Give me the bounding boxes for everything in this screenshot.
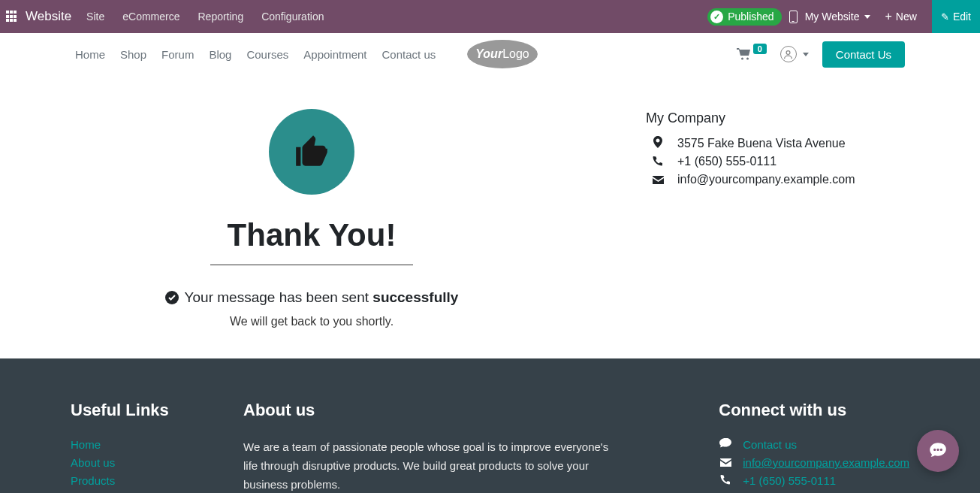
caret-down-icon xyxy=(803,53,809,56)
success-bold: successfully xyxy=(372,289,458,305)
new-button[interactable]: + New xyxy=(878,0,924,33)
nav-home[interactable]: Home xyxy=(75,48,105,61)
site-selector-label: My Website xyxy=(805,11,860,23)
check-icon: ✓ xyxy=(710,11,723,23)
published-toggle[interactable]: ✓ Published xyxy=(707,8,782,26)
menu-site[interactable]: Site xyxy=(86,11,104,23)
footer-link-home[interactable]: Home xyxy=(71,438,213,451)
useful-links-title: Useful Links xyxy=(71,401,213,420)
user-menu[interactable] xyxy=(780,46,809,62)
edit-label: Edit xyxy=(953,11,971,23)
footer-useful-links: Useful Links Home About us Products xyxy=(71,401,213,493)
apps-grid-icon[interactable] xyxy=(6,11,18,23)
divider xyxy=(210,265,413,265)
connect-email-line: info@yourcompany.example.com xyxy=(719,456,909,469)
phone-icon xyxy=(719,474,732,487)
map-marker-icon xyxy=(650,136,665,150)
contact-us-button[interactable]: Contact Us xyxy=(822,41,905,68)
company-name: My Company xyxy=(646,110,905,126)
footer: Useful Links Home About us Products Abou… xyxy=(0,358,980,493)
site-navbar: Home Shop Forum Blog Courses Appointment… xyxy=(0,33,980,75)
plus-icon: + xyxy=(885,10,892,23)
caret-down-icon xyxy=(864,15,870,19)
edit-button[interactable]: ✎ Edit xyxy=(932,0,980,33)
nav-courses[interactable]: Courses xyxy=(246,48,288,61)
app-name: Website xyxy=(26,9,71,24)
footer-link-products[interactable]: Products xyxy=(71,474,213,487)
connect-contact-line: Contact us xyxy=(719,438,909,451)
nav-shop[interactable]: Shop xyxy=(120,48,146,61)
main-content: Thank You! Your message has been sent su… xyxy=(0,75,980,358)
menu-reporting[interactable]: Reporting xyxy=(198,11,243,23)
footer-connect: Connect with us Contact us info@yourcomp… xyxy=(719,401,909,493)
cart-count-badge: 0 xyxy=(753,44,767,54)
check-circle-icon xyxy=(165,291,179,304)
about-us-title: About us xyxy=(243,401,619,420)
company-phone: +1 (650) 555-0111 xyxy=(677,155,776,168)
nav-contact[interactable]: Contact us xyxy=(382,48,436,61)
company-email-line: info@yourcompany.example.com xyxy=(650,171,905,189)
svg-text:YourLogo: YourLogo xyxy=(476,47,530,60)
footer-about: About us We are a team of passionate peo… xyxy=(243,401,619,493)
site-selector[interactable]: My Website xyxy=(805,11,870,23)
nav-links: Home Shop Forum Blog Courses Appointment… xyxy=(75,40,538,68)
published-label: Published xyxy=(728,11,774,23)
svg-point-2 xyxy=(786,50,790,54)
nav-blog[interactable]: Blog xyxy=(209,48,231,61)
envelope-icon xyxy=(719,456,732,469)
thank-you-heading: Thank You! xyxy=(75,217,548,253)
cart-button[interactable]: 0 xyxy=(737,48,767,61)
followup-text: We will get back to you shortly. xyxy=(75,315,548,328)
cart-icon xyxy=(737,48,752,61)
logo[interactable]: YourLogo xyxy=(467,40,538,68)
nav-forum[interactable]: Forum xyxy=(161,48,194,61)
success-prefix: Your message has been sent xyxy=(185,289,373,305)
top-menu: Site eCommerce Reporting Configuration xyxy=(86,11,707,23)
thumbs-up-icon xyxy=(269,109,354,195)
company-address: 3575 Fake Buena Vista Avenue xyxy=(677,137,846,150)
envelope-icon xyxy=(650,174,665,186)
connect-phone-line: +1 (650) 555-0111 xyxy=(719,474,909,487)
chat-icon xyxy=(928,441,948,461)
about-us-text: We are a team of passionate people whose… xyxy=(243,438,619,493)
thank-you-panel: Thank You! Your message has been sent su… xyxy=(75,101,548,328)
menu-configuration[interactable]: Configuration xyxy=(261,11,324,23)
company-address-line: 3575 Fake Buena Vista Avenue xyxy=(650,134,905,153)
pencil-icon: ✎ xyxy=(941,11,949,23)
connect-title: Connect with us xyxy=(719,401,909,420)
new-label: New xyxy=(896,11,917,23)
menu-ecommerce[interactable]: eCommerce xyxy=(122,11,179,23)
company-phone-line: +1 (650) 555-0111 xyxy=(650,153,905,171)
phone-icon xyxy=(650,156,665,168)
success-message: Your message has been sent successfully xyxy=(75,289,548,306)
admin-topbar: Website Site eCommerce Reporting Configu… xyxy=(0,0,980,33)
chat-fab[interactable] xyxy=(917,430,959,472)
speech-bubble-icon xyxy=(719,438,732,451)
company-info-panel: My Company 3575 Fake Buena Vista Avenue … xyxy=(548,101,905,328)
connect-phone-link[interactable]: +1 (650) 555-0111 xyxy=(743,474,836,487)
footer-link-about[interactable]: About us xyxy=(71,456,213,469)
user-icon xyxy=(780,46,797,62)
connect-email-link[interactable]: info@yourcompany.example.com xyxy=(743,456,909,469)
nav-appointment[interactable]: Appointment xyxy=(303,48,366,61)
connect-contact-link[interactable]: Contact us xyxy=(743,438,797,451)
company-email: info@yourcompany.example.com xyxy=(677,173,855,186)
mobile-preview-icon[interactable] xyxy=(789,11,798,23)
